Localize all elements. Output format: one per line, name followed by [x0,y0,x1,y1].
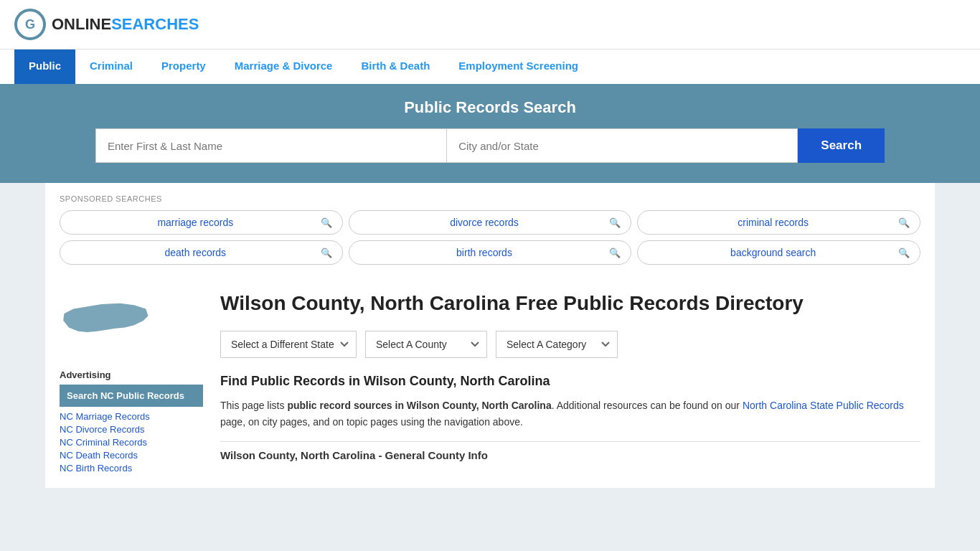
sidebar: Advertising Search NC Public Records NC … [60,291,203,474]
logo-container: G ONLINESEARCHES [14,9,199,40]
search-icon-6: 🔍 [898,248,910,258]
search-icon-1: 🔍 [321,217,332,228]
location-input[interactable] [446,128,798,163]
tag-background-label: background search [648,247,898,258]
nav-item-property[interactable]: Property [147,50,220,84]
tag-death[interactable]: death records 🔍 [60,240,343,265]
main-nav: Public Criminal Property Marriage & Divo… [0,49,980,84]
logo-text: ONLINESEARCHES [52,15,199,34]
tag-death-label: death records [70,247,321,258]
page-title: Wilson County, North Carolina Free Publi… [220,291,920,316]
description-text: This page lists public record sources in… [220,397,920,430]
main-content: Wilson County, North Carolina Free Publi… [220,291,920,474]
sidebar-link-death[interactable]: NC Death Records [60,450,203,461]
desc-bold: public record sources in Wilson County, … [287,400,551,411]
search-icon-2: 🔍 [609,217,621,228]
search-icon-5: 🔍 [609,248,621,258]
tag-criminal[interactable]: criminal records 🔍 [637,210,920,235]
find-records-title: Find Public Records in Wilson County, No… [220,374,920,389]
nav-item-birth[interactable]: Birth & Death [347,50,444,84]
search-tags-grid: marriage records 🔍 divorce records 🔍 cri… [60,210,920,265]
header: G ONLINESEARCHES [0,0,980,49]
tag-background[interactable]: background search 🔍 [637,240,920,265]
sponsored-section: SPONSORED SEARCHES marriage records 🔍 di… [45,183,935,276]
logo-icon: G [14,9,46,40]
sidebar-links: NC Marriage Records NC Divorce Records N… [60,411,203,474]
logo-online: ONLINE [52,15,111,33]
county-dropdown[interactable]: Select A County [365,331,487,358]
sidebar-link-divorce[interactable]: NC Divorce Records [60,424,203,435]
sidebar-link-marriage[interactable]: NC Marriage Records [60,411,203,422]
state-dropdown[interactable]: Select a Different State [220,331,357,358]
nav-item-public[interactable]: Public [14,50,75,84]
search-banner-title: Public Records Search [22,98,958,117]
name-input[interactable] [95,128,446,163]
tag-marriage-label: marriage records [70,217,321,228]
desc-part3: page, on city pages, and on topic pages … [220,416,523,428]
tag-birth[interactable]: birth records 🔍 [349,240,632,265]
svg-marker-2 [63,303,148,332]
sponsored-label: SPONSORED SEARCHES [60,194,920,203]
nav-item-employment[interactable]: Employment Screening [444,50,593,84]
ad-highlight[interactable]: Search NC Public Records [60,385,203,407]
search-button[interactable]: Search [798,128,885,163]
svg-text:G: G [25,17,35,32]
tag-criminal-label: criminal records [648,217,898,228]
nc-map-svg [60,291,153,355]
advertising-label: Advertising [60,369,203,380]
desc-part2: . Additional resources can be found on o… [552,400,743,411]
divider [220,441,920,442]
nc-state-link[interactable]: North Carolina State Public Records [743,400,904,411]
dropdowns-row: Select a Different State Select A County… [220,331,920,358]
tag-divorce[interactable]: divorce records 🔍 [349,210,632,235]
search-banner: Public Records Search Search [0,84,980,183]
search-icon-3: 🔍 [898,217,910,228]
nav-item-marriage[interactable]: Marriage & Divorce [220,50,347,84]
tag-divorce-label: divorce records [359,217,610,228]
search-row: Search [95,128,885,163]
sidebar-link-criminal[interactable]: NC Criminal Records [60,437,203,448]
search-icon-4: 🔍 [321,248,332,258]
logo-searches: SEARCHES [111,15,199,33]
main-wrapper: SPONSORED SEARCHES marriage records 🔍 di… [45,183,935,488]
sidebar-link-birth[interactable]: NC Birth Records [60,463,203,474]
tag-marriage[interactable]: marriage records 🔍 [60,210,343,235]
category-dropdown[interactable]: Select A Category [496,331,618,358]
section-subtitle: Wilson County, North Carolina - General … [220,449,920,461]
desc-part1: This page lists [220,400,287,411]
content-layout: Advertising Search NC Public Records NC … [45,276,935,488]
state-map [60,291,203,358]
tag-birth-label: birth records [359,247,610,258]
nav-item-criminal[interactable]: Criminal [75,50,147,84]
